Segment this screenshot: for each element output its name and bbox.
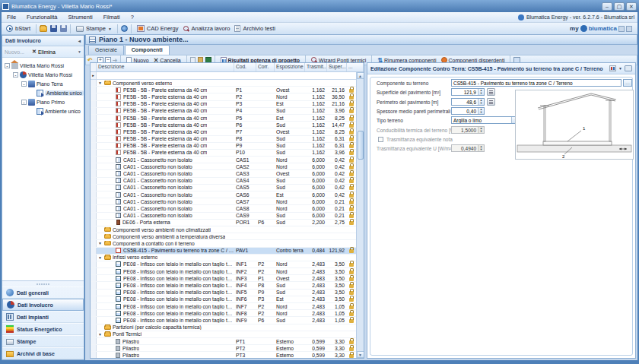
- table-row[interactable]: PilastroPT2Esterno0,5993,30: [91, 345, 356, 352]
- sidebar-item-dati-generali[interactable]: Dati generali: [2, 286, 84, 299]
- table-row[interactable]: PE5B - 5B - Parete esterna da 40 cmP6Sud…: [91, 122, 356, 128]
- table-row[interactable]: PE08 - Infisso con telaio in metallo con…: [91, 303, 356, 310]
- superficie-input[interactable]: 121,9▲▼: [451, 88, 485, 96]
- perimetro-calc-button[interactable]: [487, 98, 495, 106]
- nuovo-button[interactable]: Nuovo...: [5, 49, 24, 55]
- menu-funzionalita[interactable]: Funzionalità: [21, 14, 62, 21]
- tree-expander-icon[interactable]: -: [13, 72, 18, 78]
- table-row[interactable]: CA01 - Cassonetto non isolatoCAS3Ovest6,…: [91, 170, 356, 177]
- menu-help[interactable]: ?: [126, 14, 139, 21]
- menu-file[interactable]: File: [2, 14, 21, 21]
- tab-generale[interactable]: Generale: [88, 45, 124, 55]
- componente-combo[interactable]: CS5B-415 - Pavimento su terreno tra zone…: [451, 79, 622, 87]
- table-row[interactable]: PE08 - Infisso con telaio in metallo con…: [91, 296, 356, 303]
- maximize-button[interactable]: ▢: [614, 2, 625, 11]
- tree-item[interactable]: -Villetta Mario Rossi: [2, 70, 84, 79]
- tree-item[interactable]: Ambiente unico: [2, 106, 84, 116]
- trasmittanza-input[interactable]: 0,4940▲▼: [451, 144, 485, 152]
- table-row[interactable]: PE5B - 5B - Parete esterna da 40 cmP3Est…: [91, 101, 356, 108]
- table-row[interactable]: ▼Infissi verso esterno: [91, 255, 356, 261]
- spessore-input[interactable]: 0,40▲▼: [451, 107, 485, 115]
- tab-componenti[interactable]: Componenti: [125, 45, 170, 55]
- conducibilita-input[interactable]: 1,5000▲▼: [451, 126, 485, 134]
- perimetro-input[interactable]: 48,6▲▼: [451, 98, 485, 106]
- menu-strumenti[interactable]: Strumenti: [63, 14, 98, 21]
- table-row[interactable]: PE08 - Infisso con telaio in metallo con…: [91, 261, 356, 268]
- table-row[interactable]: Componenti verso ambienti non climatizza…: [91, 226, 356, 233]
- trasmittanza-nota-checkbox[interactable]: [378, 137, 383, 142]
- table-row[interactable]: CA01 - Cassonetto non isolatoCAS8Nord6,0…: [91, 205, 356, 212]
- table-row[interactable]: ▼Ponti Termici: [91, 331, 356, 338]
- table-row[interactable]: ▼Componenti verso esterno: [91, 80, 356, 87]
- table-row[interactable]: ▼Componenti a contatto con il terreno: [91, 240, 356, 247]
- tree-item[interactable]: -Piano Primo: [2, 97, 84, 106]
- collapse-icon[interactable]: ◂: [78, 38, 81, 43]
- table-row[interactable]: CA01 - Cassonetto non isolatoCAS2Nord6,0…: [91, 163, 356, 170]
- table-row[interactable]: CA01 - Cassonetto non isolatoCAS1Nord6,0…: [91, 157, 356, 163]
- table-row[interactable]: PE08 - Infisso con telaio in metallo con…: [91, 290, 356, 296]
- cad-energy-button[interactable]: CAD Energy: [135, 24, 181, 34]
- superficie-calc-button[interactable]: [487, 88, 495, 96]
- table-row[interactable]: CA01 - Cassonetto non isolatoCAS7Nord6,0…: [91, 198, 356, 205]
- tree-item[interactable]: -Piano Terra: [2, 79, 84, 88]
- bstart-button[interactable]: bStart: [4, 24, 33, 34]
- minimize-button[interactable]: –: [602, 2, 612, 11]
- table-row[interactable]: PE5B - 5B - Parete esterna da 40 cmP5Est…: [91, 115, 356, 122]
- sidebar-item-stampe[interactable]: Stampe: [2, 335, 84, 347]
- table-row[interactable]: PE5B - 5B - Parete esterna da 40 cmP8Sud…: [91, 136, 356, 143]
- table-row[interactable]: DE06 - Porta esternaPOR1P6Sud2,2002,75: [91, 220, 356, 226]
- elimina-button[interactable]: Elimina: [38, 49, 56, 55]
- sidebar-item-archivi-di-base[interactable]: Archivi di base: [2, 347, 84, 359]
- save-all-icon[interactable]: [60, 25, 67, 32]
- table-row[interactable]: PilastroPT1Esterno0,5993,30: [91, 338, 356, 345]
- column-header[interactable]: Esposizione: [275, 63, 305, 71]
- stampe-button[interactable]: Stampe▼: [74, 24, 114, 34]
- sidebar-item-dati-impianti[interactable]: Dati Impianti: [2, 311, 84, 323]
- table-row[interactable]: PE5B - 5B - Parete esterna da 40 cmP9Sud…: [91, 143, 356, 150]
- table-row[interactable]: CA01 - Cassonetto non isolatoCAS4Sud6,00…: [91, 178, 356, 185]
- tree-item[interactable]: -Villetta Mario Rossi: [2, 61, 84, 70]
- monitor-icon[interactable]: [625, 65, 632, 71]
- column-header[interactable]: Corr.: [256, 63, 275, 71]
- table-row[interactable]: PE08 - Infisso con telaio in metallo con…: [91, 282, 356, 289]
- table-row[interactable]: PE5B - 5B - Parete esterna da 40 cmP1Ove…: [91, 87, 356, 93]
- close-button[interactable]: ✕: [626, 2, 637, 11]
- table-vscrollbar[interactable]: ▲ ▼: [356, 72, 364, 358]
- table-row[interactable]: CA01 - Cassonetto non isolatoCAS6Est6,00…: [91, 191, 356, 198]
- table-row[interactable]: PE5B - 5B - Parete esterna da 40 cmP7Ove…: [91, 128, 356, 135]
- open-icon[interactable]: [40, 26, 47, 32]
- table-row[interactable]: Partizioni (per calcolo capacità termica…: [91, 324, 356, 331]
- analizza-button[interactable]: Analizza lavoro: [181, 24, 233, 34]
- table-row[interactable]: PE5B - 5B - Parete esterna da 40 cmP2Nor…: [91, 93, 356, 100]
- table-row[interactable]: CS5B-415 - Pavimento su terreno tra zone…: [91, 248, 356, 255]
- tree-expander-icon[interactable]: -: [21, 100, 27, 105]
- brand-extra-icon-2[interactable]: [626, 26, 632, 32]
- start-dropdown-icon[interactable]: ▼: [618, 66, 622, 71]
- column-header[interactable]: Cod.: [234, 63, 256, 71]
- tree-expander-icon[interactable]: -: [5, 63, 10, 68]
- save-icon[interactable]: [50, 25, 57, 32]
- start-icon[interactable]: [609, 65, 616, 71]
- actions-dropdown-icon[interactable]: ▼: [78, 49, 81, 54]
- table-row[interactable]: PE08 - Infisso con telaio in metallo con…: [91, 275, 356, 282]
- sidebar-item-dati-involucro[interactable]: Dati Involucro: [2, 299, 84, 311]
- scroll-thumb[interactable]: [358, 131, 364, 160]
- table-row[interactable]: CA01 - Cassonetto non isolatoCAS9Sud6,00…: [91, 213, 356, 220]
- table-row[interactable]: Componenti verso ambienti a temperatura …: [91, 233, 356, 240]
- table-row[interactable]: PilastroPT3Esterno0,5993,30: [91, 352, 356, 358]
- table-row[interactable]: CA01 - Cassonetto non isolatoCAS5Sud6,00…: [91, 185, 356, 191]
- table-row[interactable]: PE08 - Infisso con telaio in metallo con…: [91, 268, 356, 275]
- scroll-down-icon[interactable]: ▼: [357, 351, 364, 358]
- table-row[interactable]: PE08 - Infisso con telaio in metallo con…: [91, 317, 356, 324]
- brand-extra-icon-1[interactable]: [618, 26, 625, 32]
- web-icon[interactable]: [121, 25, 128, 32]
- table-filter-row[interactable]: ▸: [91, 72, 356, 80]
- sidebar-item-status-energetico[interactable]: Status Energetico: [2, 323, 84, 335]
- table-row[interactable]: PE5B - 5B - Parete esterna da 40 cmP10Su…: [91, 150, 356, 157]
- column-header[interactable]: Descrizione: [97, 63, 234, 71]
- tipo-select[interactable]: Argilla o limo▾: [451, 116, 521, 124]
- scroll-up-icon[interactable]: ▲: [357, 72, 364, 79]
- column-header[interactable]: Trasmit....: [305, 63, 327, 71]
- tree-item[interactable]: Ambiente unico: [2, 88, 84, 97]
- menu-filmati[interactable]: Filmati: [98, 14, 126, 21]
